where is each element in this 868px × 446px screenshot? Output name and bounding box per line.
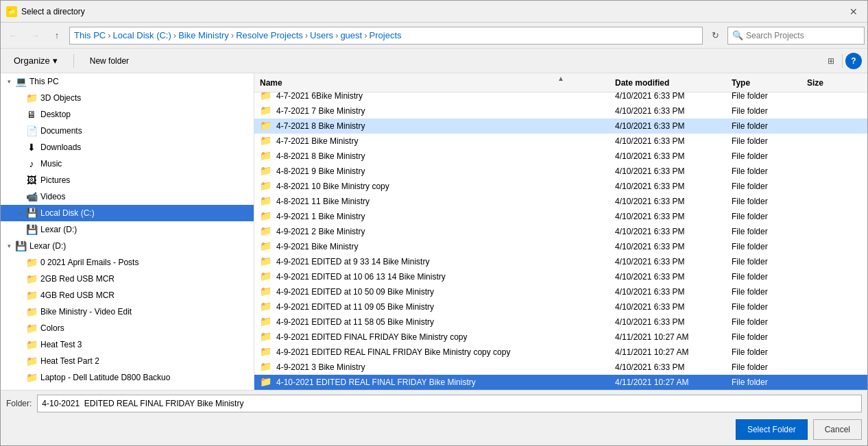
expand-desktop[interactable] — [14, 109, 25, 120]
breadcrumb-guest[interactable]: guest — [340, 30, 362, 40]
file-type: File folder — [732, 212, 807, 221]
file-date: 4/10/2021 6:33 PM — [615, 302, 732, 312]
file-row[interactable]: 📁4-9-2021 EDITED at 9 33 14 Bike Ministr… — [254, 254, 867, 269]
expand-videos[interactable] — [14, 191, 25, 202]
close-button[interactable]: ✕ — [845, 3, 862, 20]
file-row[interactable]: 📁4-9-2021 3 Bike Ministry4/10/2021 6:33 … — [254, 360, 867, 375]
file-row[interactable]: 📁4-9-2021 EDITED REAL FINAL FRIDAY Bike … — [254, 345, 867, 360]
col-type-header[interactable]: Type — [732, 78, 807, 88]
tree-item-bike-ministry-video[interactable]: 📁 Bike Ministry - Video Edit — [1, 303, 254, 320]
expand-documents[interactable] — [14, 125, 25, 136]
file-row[interactable]: 📁4-9-2021 1 Bike Ministry4/10/2021 6:33 … — [254, 209, 867, 224]
tree-item-4gb-usb[interactable]: 📁 4GB Red USB MCR — [1, 287, 254, 303]
file-name: 4-9-2021 EDITED at 11 58 05 Bike Ministr… — [276, 317, 615, 327]
up-button[interactable]: ↑ — [47, 26, 67, 45]
tree-item-local-disk[interactable]: ▸ 💾 Local Disk (C:) — [1, 205, 254, 221]
file-row[interactable]: 📁4-9-2021 EDITED at 11 58 05 Bike Minist… — [254, 314, 867, 330]
view-sep — [842, 54, 843, 68]
expand-local-disk[interactable]: ▸ — [14, 208, 25, 219]
expand-pictures[interactable] — [14, 175, 25, 186]
file-type: File folder — [732, 332, 807, 342]
tree-item-music[interactable]: ♪ Music — [1, 156, 254, 172]
view-icon-button[interactable]: ⊞ — [823, 53, 839, 69]
expand-heat-3[interactable] — [14, 339, 25, 350]
expand-april-emails[interactable] — [14, 257, 25, 268]
tree-item-documents[interactable]: 📄 Documents — [1, 123, 254, 139]
expand-music[interactable] — [14, 158, 25, 169]
tree-item-desktop[interactable]: 🖥 Desktop — [1, 106, 254, 123]
folder-icon: 📁 — [260, 165, 272, 177]
file-row[interactable]: 📁4-9-2021 EDITED at 11 09 05 Bike Minist… — [254, 299, 867, 314]
file-row[interactable]: 📁4-7-2021 8 Bike Ministry4/10/2021 6:33 … — [254, 119, 867, 134]
expand-4gb[interactable] — [14, 290, 25, 301]
file-row[interactable]: 📁4-8-2021 11 Bike Ministry4/10/2021 6:33… — [254, 194, 867, 209]
col-date-header[interactable]: Date modified — [615, 78, 732, 88]
breadcrumb-projects[interactable]: Projects — [370, 30, 402, 40]
file-row[interactable]: 📁4-7-2021 6Bike Ministry4/10/2021 6:33 P… — [254, 92, 867, 103]
back-button[interactable]: ← — [3, 26, 23, 45]
expand-heat-part2[interactable] — [14, 356, 25, 367]
file-row[interactable]: 📁4-9-2021 EDITED FINAL FRIDAY Bike Minis… — [254, 330, 867, 345]
file-name: 4-9-2021 EDITED at 10 06 13 14 Bike Mini… — [276, 272, 615, 282]
expand-this-pc[interactable]: ▾ — [3, 76, 14, 87]
tree-item-heat-test-part2[interactable]: 📁 Heat Test Part 2 — [1, 353, 254, 369]
select-folder-button[interactable]: Select Folder — [736, 419, 808, 440]
refresh-button[interactable]: ↻ — [706, 26, 725, 45]
file-row[interactable]: 📁4-7-2021 7 Bike Ministry4/10/2021 6:33 … — [254, 103, 867, 119]
expand-colors[interactable] — [14, 323, 25, 334]
file-row[interactable]: 📁4-8-2021 9 Bike Ministry4/10/2021 6:33 … — [254, 164, 867, 179]
breadcrumb: This PC › Local Disk (C:) › Bike Ministr… — [69, 27, 703, 45]
tree-item-downloads[interactable]: ⬇ Downloads — [1, 139, 254, 156]
tree-item-lexar-d-thispc[interactable]: 💾 Lexar (D:) — [1, 221, 254, 238]
tree-item-3d-objects[interactable]: 📁 3D Objects — [1, 90, 254, 106]
organize-button[interactable]: Organize ▾ — [6, 52, 65, 70]
breadcrumb-resolve-projects[interactable]: Resolve Projects — [236, 30, 303, 40]
expand-downloads[interactable] — [14, 142, 25, 153]
tree-item-april-emails[interactable]: 📁 0 2021 April Emails - Posts — [1, 254, 254, 271]
col-size-header[interactable]: Size — [807, 78, 862, 88]
breadcrumb-users[interactable]: Users — [310, 30, 333, 40]
tree-item-pictures[interactable]: 🖼 Pictures — [1, 172, 254, 188]
new-folder-button[interactable]: New folder — [82, 52, 136, 70]
expand-2gb[interactable] — [14, 273, 25, 284]
breadcrumb-bike-ministry[interactable]: Bike Ministry — [178, 30, 229, 40]
file-row[interactable]: 📁4-10-2021 EDITED REAL FINAL FRIDAY Bike… — [254, 375, 867, 390]
file-row[interactable]: 📁4-8-2021 8 Bike Ministry4/10/2021 6:33 … — [254, 149, 867, 164]
file-row[interactable]: 📁4-7-2021 Bike Ministry4/10/2021 6:33 PM… — [254, 134, 867, 149]
folder-icon: 📁 — [260, 331, 272, 343]
search-input[interactable] — [746, 31, 860, 40]
expand-lexar-root[interactable]: ▾ — [3, 240, 14, 251]
file-type: File folder — [732, 272, 807, 282]
file-row[interactable]: 📁4-9-2021 EDITED at 10 06 13 14 Bike Min… — [254, 269, 867, 284]
tree-item-colors[interactable]: 📁 Colors — [1, 320, 254, 336]
cancel-button[interactable]: Cancel — [813, 419, 862, 440]
file-date: 4/11/2021 10:27 AM — [615, 332, 732, 342]
file-row[interactable]: 📁4-9-2021 EDITED at 10 50 09 Bike Minist… — [254, 284, 867, 299]
tree-item-lexar-root[interactable]: ▾ 💾 Lexar (D:) — [1, 238, 254, 254]
expand-bike-video[interactable] — [14, 306, 25, 317]
documents-icon: 📄 — [25, 125, 38, 137]
expand-lexar-thispc[interactable] — [14, 224, 25, 235]
collapse-button[interactable]: ▲ — [554, 73, 568, 83]
folder-icon: 📁 — [260, 135, 272, 147]
breadcrumb-this-pc[interactable]: This PC — [74, 30, 106, 40]
pictures-icon: 🖼 — [25, 174, 38, 186]
lexar-d-icon-thispc: 💾 — [25, 223, 38, 236]
forward-button[interactable]: → — [25, 26, 45, 45]
breadcrumb-local-disk[interactable]: Local Disk (C:) — [113, 30, 171, 40]
tree-item-2gb-usb[interactable]: 📁 2GB Red USB MCR — [1, 271, 254, 287]
title-icon: 📁 — [6, 6, 17, 17]
expand-laptop[interactable] — [14, 372, 25, 383]
file-row[interactable]: 📁4-9-2021 2 Bike Ministry4/10/2021 6:33 … — [254, 224, 867, 239]
expand-3d-objects[interactable] — [14, 92, 25, 103]
file-row[interactable]: 📁4-8-2021 10 Bike Ministry copy4/10/2021… — [254, 179, 867, 194]
tree-item-laptop-dell[interactable]: 📁 Laptop - Dell Latitude D800 Backuo — [1, 369, 254, 386]
file-row[interactable]: 📁4-9-2021 Bike Ministry4/10/2021 6:33 PM… — [254, 239, 867, 254]
folder-icon: 📁 — [260, 316, 272, 328]
help-button[interactable]: ? — [845, 53, 862, 69]
tree-item-this-pc[interactable]: ▾ 💻 This PC — [1, 73, 254, 90]
tree-item-videos[interactable]: 📹 Videos — [1, 188, 254, 205]
folder-input[interactable] — [37, 395, 862, 412]
file-type: File folder — [732, 166, 807, 176]
tree-item-heat-test-3[interactable]: 📁 Heat Test 3 — [1, 336, 254, 353]
